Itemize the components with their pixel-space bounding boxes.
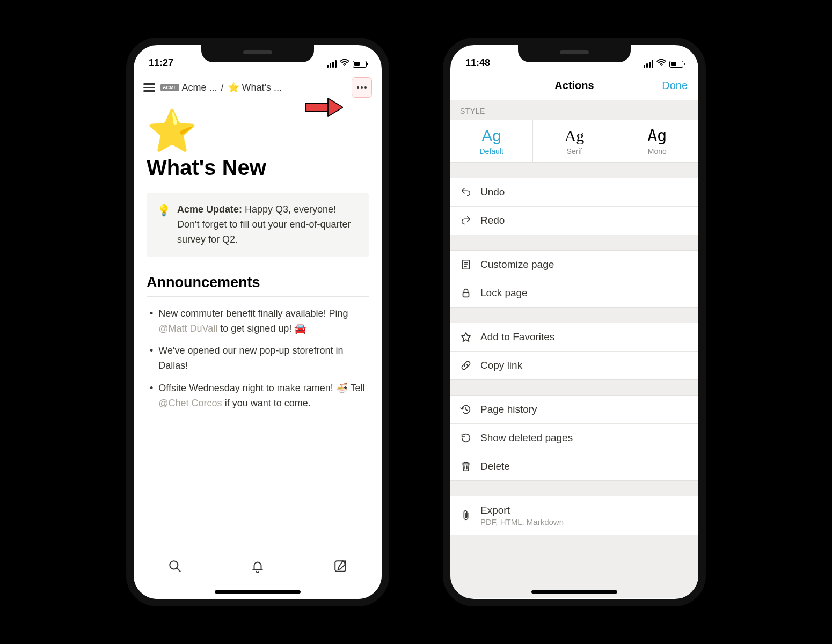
wifi-icon	[656, 59, 666, 69]
announcements-heading[interactable]: Announcements	[147, 274, 369, 291]
actions-sheet: STYLE Ag Default Ag Serif Ag Mono Undo	[450, 100, 698, 598]
redo-label: Redo	[480, 215, 505, 226]
breadcrumb-separator: /	[221, 82, 224, 93]
customize-row[interactable]: Customize page	[450, 251, 698, 279]
undo-icon	[460, 186, 472, 198]
history-label: Page history	[480, 404, 537, 415]
actions-title: Actions	[554, 79, 594, 92]
search-button[interactable]	[168, 559, 182, 573]
deleted-pages-label: Show deleted pages	[480, 432, 573, 444]
customize-icon	[460, 259, 472, 270]
breadcrumb-bar: ACME Acme ... / ⭐ What's ...	[134, 71, 382, 104]
notifications-button[interactable]	[251, 559, 265, 573]
style-serif[interactable]: Ag Serif	[533, 120, 616, 162]
annotation-arrow	[305, 97, 343, 120]
group-history: Page history Show deleted pages Delete	[450, 395, 698, 481]
copy-link-label: Copy link	[480, 360, 522, 371]
phone-page-view: 11:27 ACME Acme ... / ⭐ What's ...	[126, 38, 389, 606]
history-row[interactable]: Page history	[450, 396, 698, 424]
home-indicator[interactable]	[531, 590, 617, 594]
workspace-icon: ACME	[160, 84, 179, 91]
mention[interactable]: @Matt DuVall	[158, 323, 217, 334]
svg-line-4	[177, 568, 180, 572]
wifi-icon	[340, 59, 349, 69]
breadcrumb-current-label: What's ...	[242, 82, 282, 93]
restore-icon	[460, 432, 472, 444]
bottom-toolbar	[134, 551, 382, 599]
group-export: Export PDF, HTML, Markdown	[450, 496, 698, 535]
customize-label: Customize page	[480, 259, 554, 270]
list-item[interactable]: Offsite Wednesday night to make ramen! 🍜…	[147, 381, 369, 411]
delete-row[interactable]: Delete	[450, 452, 698, 480]
cellular-icon	[644, 60, 654, 68]
cellular-icon	[327, 60, 337, 68]
redo-icon	[460, 215, 472, 226]
style-section-label: STYLE	[450, 100, 698, 120]
more-actions-button[interactable]	[352, 77, 372, 98]
link-icon	[460, 360, 472, 371]
style-label: Serif	[533, 147, 615, 156]
history-icon	[460, 404, 472, 415]
more-icon	[357, 86, 367, 89]
style-default[interactable]: Ag Default	[450, 120, 533, 162]
announcements-list: New commuter benefit finally available! …	[147, 306, 369, 411]
lock-row[interactable]: Lock page	[450, 279, 698, 307]
redo-row[interactable]: Redo	[450, 207, 698, 235]
style-sample: Ag	[450, 128, 532, 144]
breadcrumb-root-label: Acme ...	[182, 82, 217, 93]
style-sample: Ag	[616, 128, 698, 144]
svg-point-0	[344, 65, 345, 66]
undo-row[interactable]: Undo	[450, 178, 698, 207]
style-label: Default	[450, 147, 532, 156]
callout-block[interactable]: 💡 Acme Update: Happy Q3, everyone! Don't…	[147, 193, 369, 257]
svg-marker-2	[328, 98, 343, 116]
list-item[interactable]: New commuter benefit finally available! …	[147, 306, 369, 336]
lock-icon	[460, 287, 472, 299]
delete-label: Delete	[480, 460, 510, 472]
favorite-label: Add to Favorites	[480, 331, 554, 343]
attachment-icon	[460, 510, 472, 522]
page-title[interactable]: What's New	[147, 156, 369, 180]
export-row[interactable]: Export PDF, HTML, Markdown	[450, 496, 698, 535]
svg-rect-1	[305, 104, 328, 111]
callout-text: Acme Update: Happy Q3, everyone! Don't f…	[177, 202, 358, 247]
breadcrumb-current[interactable]: ⭐ What's ...	[228, 82, 282, 93]
page-body: ⭐ What's New 💡 Acme Update: Happy Q3, ev…	[134, 104, 382, 425]
deleted-pages-row[interactable]: Show deleted pages	[450, 424, 698, 452]
group-page-settings: Customize page Lock page	[450, 250, 698, 308]
compose-button[interactable]	[333, 559, 347, 573]
style-picker: Ag Default Ag Serif Ag Mono	[450, 120, 698, 163]
status-time: 11:48	[465, 57, 490, 69]
breadcrumb[interactable]: ACME Acme ... / ⭐ What's ...	[160, 82, 346, 93]
svg-point-6	[661, 65, 662, 66]
status-icons	[327, 59, 367, 69]
export-sublabel: PDF, HTML, Markdown	[480, 517, 564, 526]
group-share: Add to Favorites Copy link	[450, 323, 698, 380]
undo-label: Undo	[480, 186, 505, 198]
star-icon: ⭐	[228, 82, 239, 93]
menu-button[interactable]	[143, 83, 155, 92]
group-undo-redo: Undo Redo	[450, 178, 698, 235]
battery-icon	[669, 61, 683, 68]
breadcrumb-root[interactable]: ACME Acme ...	[160, 82, 217, 93]
notch	[518, 45, 631, 62]
callout-bold: Acme Update:	[177, 204, 242, 215]
copy-link-row[interactable]: Copy link	[450, 352, 698, 379]
lightbulb-icon: 💡	[157, 202, 171, 247]
done-button[interactable]: Done	[662, 79, 688, 92]
svg-marker-12	[462, 333, 471, 342]
style-label: Mono	[616, 147, 698, 156]
phone-actions-sheet: 11:48 Actions Done STYLE Ag Default Ag S…	[443, 38, 706, 606]
status-time: 11:27	[149, 57, 173, 69]
divider	[147, 296, 369, 297]
svg-rect-11	[463, 292, 469, 297]
mention[interactable]: @Chet Corcos	[158, 398, 222, 408]
list-item[interactable]: We've opened our new pop-up storefront i…	[147, 343, 369, 374]
notch	[201, 45, 314, 62]
style-mono[interactable]: Ag Mono	[616, 120, 698, 162]
actions-header: Actions Done	[450, 71, 698, 100]
export-label: Export	[480, 504, 510, 516]
home-indicator[interactable]	[215, 590, 301, 594]
favorite-row[interactable]: Add to Favorites	[450, 323, 698, 352]
style-sample: Ag	[533, 128, 615, 144]
